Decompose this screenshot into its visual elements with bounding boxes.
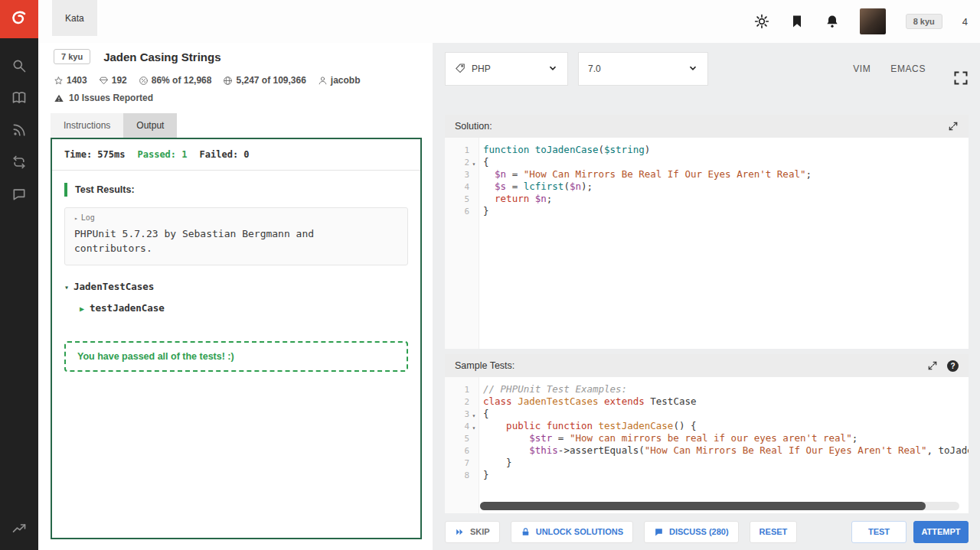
code-line: 3▾{ bbox=[445, 408, 969, 420]
code-text: $s = lcfirst($n); bbox=[479, 181, 593, 193]
globe-icon bbox=[223, 76, 233, 86]
fold-arrow-icon[interactable]: ▾ bbox=[469, 408, 479, 420]
sidebar bbox=[0, 0, 38, 550]
test-suite-toggle[interactable]: ▾JadenTestCases bbox=[64, 281, 408, 292]
fold-spacer bbox=[469, 181, 479, 193]
fold-spacer bbox=[469, 469, 479, 481]
log-toggle[interactable]: ▸Log bbox=[74, 213, 398, 222]
line-number: 2 bbox=[445, 395, 469, 408]
output-panel: Time: 575ms Passed: 1 Failed: 0 Test Res… bbox=[51, 139, 422, 539]
tab-output[interactable]: Output bbox=[123, 113, 177, 138]
fold-arrow-icon[interactable]: ▾ bbox=[469, 156, 479, 168]
notifications-bell-icon[interactable] bbox=[825, 14, 840, 29]
theme-sun-icon[interactable] bbox=[754, 14, 769, 29]
line-number: 2 bbox=[445, 156, 469, 168]
code-text: { bbox=[479, 156, 489, 168]
code-text: $n = "How Can Mirrors Be Real If Our Eye… bbox=[479, 168, 812, 181]
horizontal-scrollbar[interactable] bbox=[480, 502, 959, 510]
sample-tests-editor[interactable]: 1// PHPUnit Test Examples:2class JadenTe… bbox=[445, 377, 969, 513]
fold-spacer bbox=[469, 168, 479, 181]
leaderboard-trending-icon[interactable] bbox=[11, 521, 27, 536]
action-bar: SKIP UNLOCK SOLUTIONS DISCUSS (280) RESE… bbox=[433, 513, 980, 550]
passed-stat: Passed: 1 bbox=[137, 149, 187, 160]
kata-title: Jaden Casing Strings bbox=[103, 50, 220, 63]
vim-toggle[interactable]: VIM bbox=[853, 52, 871, 86]
line-number: 5 bbox=[445, 193, 469, 205]
stat-honor: 192 bbox=[99, 75, 127, 86]
fold-arrow-icon[interactable]: ▾ bbox=[469, 420, 479, 432]
code-line: 5 $str = "How can mirrors be real if our… bbox=[445, 432, 969, 444]
failed-stat: Failed: 0 bbox=[200, 149, 250, 160]
sample-tests-title: Sample Tests: bbox=[455, 360, 514, 371]
fold-spacer bbox=[469, 444, 479, 457]
retrain-cycle-icon[interactable] bbox=[11, 155, 27, 170]
time-stat: Time: 575ms bbox=[64, 149, 125, 160]
tab-instructions[interactable]: Instructions bbox=[51, 113, 123, 138]
discuss-chat-icon bbox=[654, 527, 664, 537]
codewars-app: Kata 8 kyu 4 7 k bbox=[0, 0, 980, 550]
stat-author[interactable]: jacobb bbox=[318, 75, 361, 86]
code-text: $str = "How can mirrors be real if our e… bbox=[479, 432, 858, 444]
code-line: 6} bbox=[445, 205, 969, 217]
tab-kata[interactable]: Kata bbox=[52, 0, 97, 36]
expand-icon[interactable] bbox=[927, 360, 938, 371]
reset-button[interactable]: RESET bbox=[750, 521, 798, 543]
kata-panel: 7 kyu Jaden Casing Strings 1403 192 bbox=[38, 43, 433, 550]
code-text: { bbox=[479, 408, 489, 420]
codewars-logo[interactable] bbox=[0, 0, 38, 38]
fold-spacer bbox=[469, 193, 479, 205]
line-number: 3 bbox=[445, 168, 469, 181]
log-box: ▸Log PHPUnit 5.7.23 by Sebastian Bergman… bbox=[64, 207, 408, 265]
discuss-button[interactable]: DISCUSS (280) bbox=[644, 521, 739, 543]
code-text: // PHPUnit Test Examples: bbox=[479, 383, 627, 395]
stat-stars: 1403 bbox=[54, 75, 87, 86]
code-line: 3 $n = "How Can Mirrors Be Real If Our E… bbox=[445, 168, 969, 181]
search-icon[interactable] bbox=[11, 58, 27, 73]
success-message: You have passed all of the tests! :) bbox=[64, 341, 408, 372]
help-icon[interactable]: ? bbox=[947, 360, 959, 372]
fold-spacer bbox=[469, 432, 479, 444]
docs-book-icon[interactable] bbox=[11, 90, 27, 106]
caret-right-icon: ▸ bbox=[74, 215, 78, 222]
skip-button[interactable]: SKIP bbox=[445, 521, 500, 543]
code-line: 2▾{ bbox=[445, 156, 969, 168]
editor-toolbar: PHP 7.0 VIM EMAC bbox=[433, 43, 980, 86]
chat-icon[interactable] bbox=[11, 187, 27, 202]
bookmark-icon[interactable] bbox=[789, 14, 805, 29]
line-number: 4 bbox=[445, 181, 469, 193]
attempt-button[interactable]: ATTEMPT bbox=[913, 521, 969, 543]
test-button[interactable]: TEST bbox=[851, 521, 906, 543]
scrollbar-thumb[interactable] bbox=[480, 502, 926, 510]
version-select[interactable]: 7.0 bbox=[578, 52, 708, 86]
unlock-solutions-button[interactable]: UNLOCK SOLUTIONS bbox=[511, 521, 633, 543]
stat-completed: 5,247 of 109,366 bbox=[223, 75, 305, 86]
line-number: 1 bbox=[445, 383, 469, 395]
solution-panel: Solution: 1function toJadenCase($string)… bbox=[445, 115, 969, 349]
user-rank-badge[interactable]: 8 kyu bbox=[906, 14, 942, 29]
expand-icon[interactable] bbox=[948, 121, 959, 132]
kata-rank-pill: 7 kyu bbox=[54, 49, 90, 64]
issues-reported[interactable]: 10 Issues Reported bbox=[54, 93, 420, 103]
logo-swirl-icon bbox=[7, 7, 31, 31]
chevron-down-icon bbox=[547, 63, 558, 76]
code-text: } bbox=[479, 469, 489, 481]
warning-triangle-icon bbox=[54, 93, 64, 103]
emacs-toggle[interactable]: EMACS bbox=[890, 52, 926, 86]
panel-tabs: Instructions Output bbox=[51, 113, 422, 139]
test-case-toggle[interactable]: ▶testJadenCase bbox=[80, 302, 408, 314]
lock-icon bbox=[521, 527, 531, 537]
fullscreen-icon[interactable] bbox=[953, 70, 969, 86]
language-select[interactable]: PHP bbox=[445, 52, 568, 86]
line-number: 5 bbox=[445, 432, 469, 444]
user-avatar[interactable] bbox=[860, 8, 886, 34]
code-text: } bbox=[479, 205, 489, 217]
code-line: 1function toJadenCase($string) bbox=[445, 144, 969, 156]
editor-column: PHP 7.0 VIM EMAC bbox=[433, 43, 980, 550]
sample-tests-panel: Sample Tests: ? 1// PHPUnit Test Example bbox=[445, 354, 969, 513]
solution-editor[interactable]: 1function toJadenCase($string)2▾{3 $n = … bbox=[445, 138, 969, 349]
fold-spacer bbox=[469, 144, 479, 156]
line-number: 6 bbox=[445, 205, 469, 217]
kata-stats: 1403 192 86% of 12,968 5,247 of 109 bbox=[54, 75, 420, 86]
rss-feed-icon[interactable] bbox=[11, 122, 27, 138]
fold-spacer bbox=[469, 205, 479, 217]
